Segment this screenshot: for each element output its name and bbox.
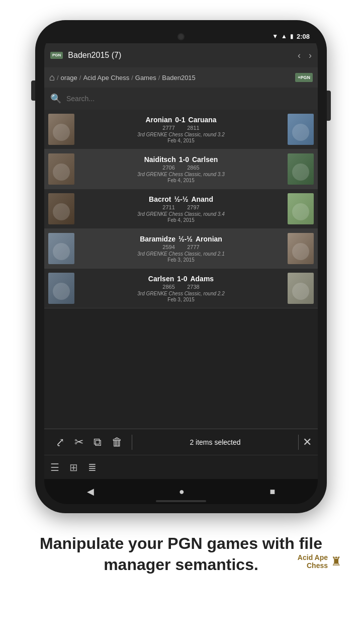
game-item-2[interactable]: Naiditsch 1-0 Carlsen 2706 2865 3rd GREN… <box>44 149 318 189</box>
ratings-4: 2594 2777 <box>79 244 283 250</box>
black-name-3: Anand <box>191 195 213 203</box>
ratings-2: 2706 2865 <box>79 165 283 171</box>
result-2: 1-0 <box>179 155 189 164</box>
white-player-photo-3 <box>48 193 74 224</box>
date-2: Feb 4, 2015 <box>79 178 283 183</box>
nav-back-button[interactable]: ‹ <box>298 50 301 61</box>
wifi-icon: ▼ <box>272 33 278 40</box>
add-pgn-button[interactable]: +PGN <box>295 73 313 83</box>
game-item-4[interactable]: Baramidze ½-½ Aronian 2594 2777 3rd GREN… <box>44 229 318 269</box>
home-icon[interactable]: ⌂ <box>49 72 55 83</box>
event-1: 3rd GRENKE Chess Classic, round 3.2 <box>79 132 283 137</box>
grid-view-button[interactable]: ⊞ <box>69 461 78 473</box>
breadcrumb-sep3: / <box>131 74 133 82</box>
game-list: Aronian 0-1 Caruana 2777 2811 3rd GRENKE… <box>44 110 318 429</box>
black-name-5: Adams <box>190 275 214 283</box>
breadcrumb: ⌂ / orage / Acid Ape Chess / Games / Bad… <box>44 67 318 88</box>
white-player-photo-4 <box>48 233 74 264</box>
white-player-photo-5 <box>48 273 74 304</box>
white-player-photo-2 <box>48 153 74 185</box>
cut-button[interactable]: ✂ <box>69 436 88 449</box>
game-item-3[interactable]: Bacrot ½-½ Anand 2711 2797 3rd GRENKE Ch… <box>44 189 318 229</box>
result-1: 0-1 <box>175 116 185 124</box>
date-1: Feb 4, 2015 <box>79 138 283 143</box>
ratings-5: 2865 2738 <box>79 284 283 290</box>
recent-nav-button[interactable]: ■ <box>269 487 275 497</box>
white-name-4: Baramidze <box>140 235 175 243</box>
breadcrumb-sep2: / <box>79 74 81 82</box>
white-player-photo-1 <box>48 114 74 145</box>
white-name-3: Bacrot <box>149 195 171 203</box>
second-toolbar: ☰ ⊞ ≣ <box>44 455 318 479</box>
black-player-photo-3 <box>288 193 314 224</box>
black-name-1: Caruana <box>189 116 217 124</box>
game-item-1[interactable]: Aronian 0-1 Caruana 2777 2811 3rd GRENKE… <box>44 110 318 149</box>
list-view-button[interactable]: ☰ <box>50 461 59 473</box>
sort-button[interactable]: ≣ <box>88 461 97 473</box>
brand-footer: Acid ApeChess ♜ <box>298 553 342 571</box>
search-input[interactable] <box>66 95 312 103</box>
event-5: 3rd GRENKE Chess Classic, round 2.2 <box>79 291 283 296</box>
black-name-2: Carlsen <box>192 155 218 164</box>
event-4: 3rd GRENKE Chess Classic, round 2.1 <box>79 251 283 257</box>
phone-screen: ▼ ▲ ▮ 2:08 PGN Baden2015 (7) ‹ › ⌂ / or <box>44 29 318 504</box>
game-info-2: Naiditsch 1-0 Carlsen 2706 2865 3rd GREN… <box>74 155 288 183</box>
date-5: Feb 3, 2015 <box>79 297 283 302</box>
black-player-photo-1 <box>288 114 314 145</box>
black-player-photo-4 <box>288 233 314 264</box>
game-item-5[interactable]: Carlsen 1-0 Adams 2865 2738 3rd GRENKE C… <box>44 269 318 308</box>
nav-forward-button[interactable]: › <box>309 50 312 61</box>
result-3: ½-½ <box>174 195 188 203</box>
time-display: 2:08 <box>297 33 310 40</box>
breadcrumb-app[interactable]: Acid Ape Chess <box>83 74 129 82</box>
breadcrumb-folder[interactable]: Baden2015 <box>162 74 196 82</box>
event-2: 3rd GRENKE Chess Classic, round 3.3 <box>79 172 283 177</box>
folder-name: Baden2015 (7) <box>68 51 298 60</box>
white-name-5: Carlsen <box>148 275 174 283</box>
game-info-4: Baramidze ½-½ Aronian 2594 2777 3rd GREN… <box>74 235 288 263</box>
game-info-1: Aronian 0-1 Caruana 2777 2811 3rd GRENKE… <box>74 116 288 143</box>
breadcrumb-storage[interactable]: orage <box>61 74 77 82</box>
game-info-3: Bacrot ½-½ Anand 2711 2797 3rd GRENKE Ch… <box>74 195 288 223</box>
result-5: 1-0 <box>177 275 187 283</box>
breadcrumb-games[interactable]: Games <box>135 74 156 82</box>
ratings-1: 2777 2811 <box>79 125 283 131</box>
pgn-label-icon: PGN <box>50 52 63 59</box>
tagline-section: Manipulate your PGN games with file mana… <box>0 513 362 585</box>
white-name-2: Naiditsch <box>144 155 176 164</box>
open-button[interactable]: ⤤ <box>50 436 69 449</box>
breadcrumb-sep: / <box>57 74 59 82</box>
copy-button[interactable]: ⧉ <box>88 436 107 449</box>
phone-device: ▼ ▲ ▮ 2:08 PGN Baden2015 (7) ‹ › ⌂ / or <box>35 20 327 513</box>
search-icon: 🔍 <box>50 93 61 104</box>
home-nav-button[interactable]: ● <box>179 487 185 497</box>
action-bar: ⤤ ✂ ⧉ 🗑 2 items selected ✕ <box>44 429 318 455</box>
selection-count: 2 items selected <box>136 438 294 446</box>
date-4: Feb 3, 2015 <box>79 257 283 263</box>
delete-button[interactable]: 🗑 <box>107 436 128 449</box>
ratings-3: 2711 2797 <box>79 204 283 210</box>
event-3: 3rd GRENKE Chess Classic, round 3.4 <box>79 211 283 217</box>
breadcrumb-sep4: / <box>158 74 160 82</box>
game-info-5: Carlsen 1-0 Adams 2865 2738 3rd GRENKE C… <box>74 275 288 302</box>
search-bar: 🔍 <box>44 88 318 110</box>
battery-icon: ▮ <box>290 33 294 40</box>
result-4: ½-½ <box>178 235 193 243</box>
white-name-1: Aronian <box>145 116 172 124</box>
close-selection-button[interactable]: ✕ <box>303 436 312 449</box>
tagline-text: Manipulate your PGN games with file mana… <box>30 533 332 575</box>
brand-name: Acid ApeChess <box>298 553 328 571</box>
black-player-photo-5 <box>288 273 314 304</box>
top-bar: PGN Baden2015 (7) ‹ › <box>44 43 318 67</box>
signal-icon: ▲ <box>281 33 287 40</box>
date-3: Feb 4, 2015 <box>79 217 283 223</box>
black-player-photo-2 <box>288 153 314 185</box>
back-nav-button[interactable]: ◀ <box>87 486 94 497</box>
brand-chess-icon: ♜ <box>331 554 342 569</box>
black-name-4: Aronian <box>196 235 222 243</box>
